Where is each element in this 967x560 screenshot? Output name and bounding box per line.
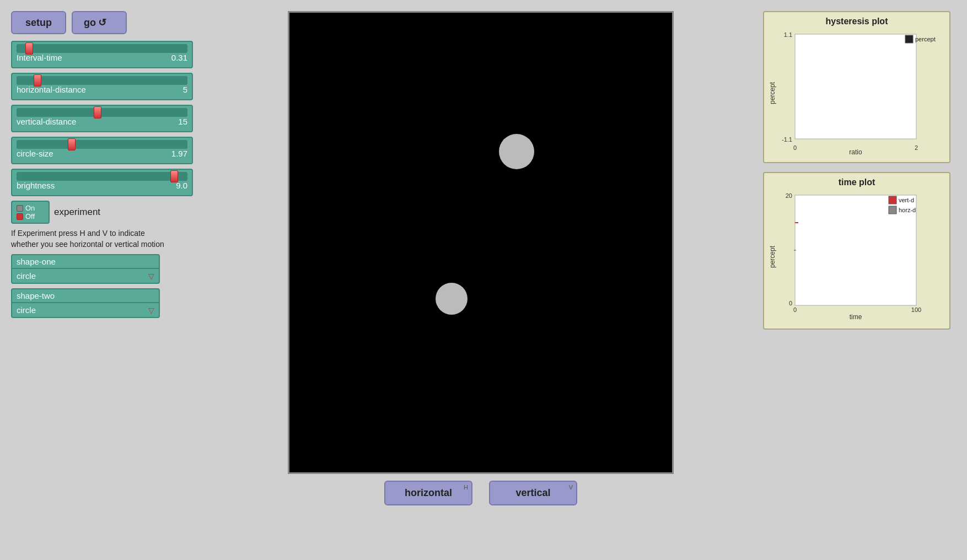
experiment-toggle-row: On Off experiment xyxy=(11,201,198,224)
time-y-label: percept xyxy=(769,246,776,268)
top-buttons: setup go ↺ xyxy=(11,11,198,34)
interval-time-track[interactable] xyxy=(17,44,187,53)
toggle-off-dot xyxy=(17,213,23,220)
toggle-off-label: Off xyxy=(25,212,35,220)
vertical-distance-value: 15 xyxy=(178,117,187,126)
experiment-label: experiment xyxy=(54,207,100,218)
svg-text:-1.1: -1.1 xyxy=(782,136,792,143)
right-panel: hysteresis plot percept 1.1 -1.1 0 2 rat… xyxy=(763,11,956,330)
horizontal-distance-track[interactable] xyxy=(17,76,187,85)
time-plot-title: time plot xyxy=(769,177,945,187)
go-icon: ↺ xyxy=(98,17,106,29)
center-panel: horizontal H vertical V xyxy=(204,11,758,505)
interval-time-slider-block: Interval-time 0.31 xyxy=(11,41,193,68)
interval-time-value: 0.31 xyxy=(171,53,187,62)
time-plot-svg: 20 0 0 100 time vert-d horz-d xyxy=(778,190,938,322)
horizontal-distance-slider-block: horizontal-distance 5 xyxy=(11,73,193,100)
svg-text:20: 20 xyxy=(786,192,792,199)
hysteresis-plot-box: hysteresis plot percept 1.1 -1.1 0 2 rat… xyxy=(763,11,950,163)
vertical-button[interactable]: vertical V xyxy=(489,481,577,505)
shape-one-value: circle xyxy=(17,271,36,281)
brightness-track[interactable] xyxy=(17,172,187,181)
hysteresis-plot-svg: 1.1 -1.1 0 2 ratio percept xyxy=(778,29,938,155)
svg-rect-16 xyxy=(889,196,896,204)
brightness-label: brightness xyxy=(17,181,55,190)
svg-text:0: 0 xyxy=(793,306,797,313)
time-plot-box: time plot percept 20 0 0 100 time xyxy=(763,172,950,330)
vertical-distance-label: vertical-distance xyxy=(17,117,76,126)
shape-one-arrow-icon: ▽ xyxy=(148,272,154,281)
circle-size-thumb[interactable] xyxy=(68,138,76,150)
simulation-canvas xyxy=(288,11,674,474)
experiment-description: If Experiment press H and V to indicate … xyxy=(11,228,165,250)
horizontal-distance-value: 5 xyxy=(183,85,187,94)
horizontal-distance-thumb[interactable] xyxy=(34,74,41,87)
vertical-distance-slider-block: vertical-distance 15 xyxy=(11,105,193,132)
shape-one-dropdown-block: shape-one circle ▽ xyxy=(11,254,160,284)
toggle-on-row: On xyxy=(17,204,35,212)
circle-size-label: circle-size xyxy=(17,149,53,158)
svg-text:time: time xyxy=(850,313,862,321)
left-panel: setup go ↺ Interval-time 0.31 horizontal… xyxy=(11,11,198,318)
experiment-toggle[interactable]: On Off xyxy=(11,201,50,224)
horizontal-key-hint: H xyxy=(464,484,468,491)
brightness-slider-block: brightness 9.0 xyxy=(11,169,193,196)
toggle-on-label: On xyxy=(25,204,35,212)
svg-rect-8 xyxy=(795,195,916,305)
vertical-distance-track[interactable] xyxy=(17,108,187,117)
toggle-off-row: Off xyxy=(17,212,35,220)
setup-button[interactable]: setup xyxy=(11,11,66,34)
shape-two-arrow-icon: ▽ xyxy=(148,306,154,315)
hysteresis-plot-title: hysteresis plot xyxy=(769,17,945,26)
bottom-buttons: horizontal H vertical V xyxy=(384,481,577,505)
shape-one-title: shape-one xyxy=(11,254,160,269)
shape-two-value: circle xyxy=(17,305,36,315)
interval-time-thumb[interactable] xyxy=(25,42,33,55)
svg-text:percept: percept xyxy=(915,36,936,42)
svg-rect-18 xyxy=(889,206,896,214)
shape-one-select[interactable]: circle ▽ xyxy=(11,269,160,284)
vertical-key-hint: V xyxy=(569,484,573,491)
svg-text:2: 2 xyxy=(915,144,918,151)
hysteresis-y-label: percept xyxy=(769,82,776,104)
circle-size-slider-block: circle-size 1.97 xyxy=(11,137,193,164)
experiment-block: On Off experiment If Experiment press H … xyxy=(11,201,198,250)
svg-text:100: 100 xyxy=(911,306,921,313)
svg-text:1.1: 1.1 xyxy=(784,31,792,38)
toggle-on-dot xyxy=(17,205,23,212)
vertical-label: vertical xyxy=(515,487,550,498)
horizontal-distance-label: horizontal-distance xyxy=(17,85,86,94)
svg-text:0: 0 xyxy=(793,144,797,151)
shape-two-dropdown-block: shape-two circle ▽ xyxy=(11,288,160,318)
horizontal-label: horizontal xyxy=(405,487,452,498)
shape-two-select[interactable]: circle ▽ xyxy=(11,303,160,318)
svg-rect-6 xyxy=(905,35,913,43)
circle-size-track[interactable] xyxy=(17,140,187,149)
svg-rect-0 xyxy=(795,34,916,139)
circle-size-value: 1.97 xyxy=(171,149,187,158)
svg-text:horz-d: horz-d xyxy=(899,207,916,213)
svg-text:0: 0 xyxy=(789,300,792,306)
shape-two-title: shape-two xyxy=(11,288,160,303)
brightness-thumb[interactable] xyxy=(170,170,178,182)
vertical-distance-thumb[interactable] xyxy=(94,106,101,119)
horizontal-button[interactable]: horizontal H xyxy=(384,481,472,505)
circle-bottom xyxy=(436,283,468,315)
interval-time-label: Interval-time xyxy=(17,53,62,62)
go-label: go xyxy=(84,17,96,29)
svg-text:vert-d: vert-d xyxy=(899,197,914,203)
go-button[interactable]: go ↺ xyxy=(72,11,127,34)
svg-text:ratio: ratio xyxy=(849,148,862,155)
circle-top xyxy=(499,134,534,169)
